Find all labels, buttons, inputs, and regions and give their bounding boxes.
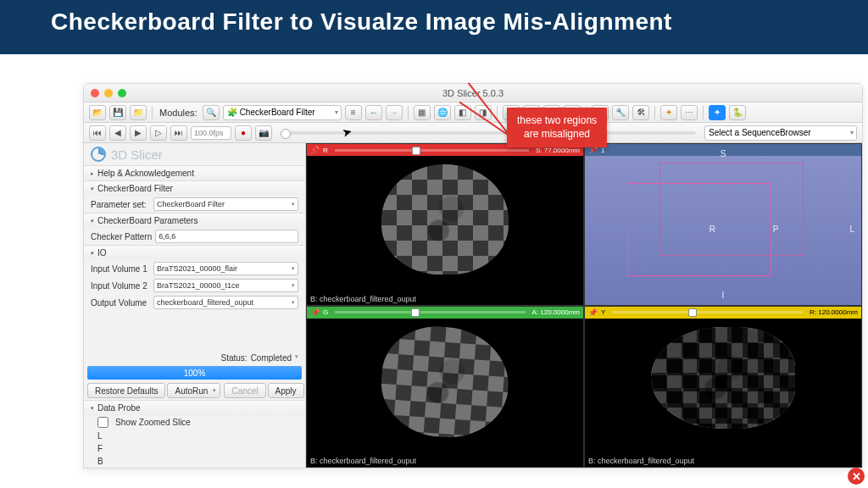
red-bg-label: B: checkerboard_filtered_ouput [310,295,416,303]
green-slice-value: A: 120.0000mm [532,308,580,316]
brain-checkerboard-axial [381,164,509,274]
probe-f: F [97,444,103,453]
pin-icon[interactable]: 📌 [588,308,598,317]
app-name: 3D Slicer [111,147,163,162]
load-dicom-button[interactable]: 📁 [130,105,147,120]
crosshair-button[interactable]: ✦ [660,105,677,120]
io-section-header[interactable]: ▾IO [84,246,305,260]
show-zoomed-checkbox[interactable] [97,417,108,428]
yellow-slice-value: R: 120.0000mm [810,308,858,316]
modules-label: Modules: [159,108,198,118]
seq-prev-button[interactable]: ◀ [109,125,126,141]
python-button[interactable]: 🐍 [729,105,746,120]
slide-title: Checkerboard Filter to Visualze Image Mi… [51,8,817,36]
autorun-button[interactable]: AutoRun [167,383,220,398]
axis-p: P [773,225,779,234]
green-slice-view[interactable]: 📌 G A: 120.0000mm B: checkerboard_filter… [306,306,584,469]
input-volume-1-label: Input Volume 1 [91,264,150,274]
input-volume-2-select[interactable]: BraTS2021_00000_t1ce [153,279,298,292]
yellow-bg-label: B: checkerboard_filtered_ouput [588,457,694,465]
params-section-header[interactable]: ▾CheckerBoard Parameters [84,214,305,228]
nav-back-button[interactable]: ← [365,105,382,120]
pin-icon[interactable]: 📌 [310,308,320,317]
load-data-button[interactable]: 📂 [89,105,106,120]
output-volume-select[interactable]: checkerboard_filtered_ouput [153,296,298,309]
restore-defaults-button[interactable]: Restore Defaults [87,383,165,398]
param-set-select[interactable]: CheckerBoard Filter [153,197,298,211]
red-view-label: R [323,147,328,154]
show-zoomed-label: Show Zoomed Slice [115,418,191,427]
misalignment-annotation: these two regions are misaligned [507,108,607,147]
sequence-toolbar: ⏮ ◀ ▶ ▷ ⏭ 100.0fps ● 📷 Select a Sequence… [84,123,862,143]
red-slice-slider[interactable] [335,149,529,152]
view-grid: 📌 R S: 77.0000mm B: checkerboard_filtere… [306,143,862,468]
probe-l: L [97,431,103,441]
yellow-slice-slider[interactable] [612,311,803,313]
module-selected-label: CheckerBoard Filter [240,108,315,117]
input-volume-2-label: Input Volume 2 [91,281,150,291]
axis-r: R [709,225,715,234]
yellow-view-label: Y [601,308,605,316]
apply-button[interactable]: Apply [268,383,304,398]
save-data-button[interactable]: 💾 [109,105,126,120]
checker-pattern-input[interactable]: 6,6,6 [155,230,298,243]
scene-button[interactable]: 🌐 [434,105,451,120]
seq-play-button[interactable]: ▶ [130,125,147,141]
more-button[interactable]: ⋯ [681,105,698,120]
nav-forward-button[interactable]: → [386,105,403,120]
axis-l: L [849,225,854,234]
output-volume-label: Output Volume [91,298,150,308]
close-overlay-button[interactable]: ✕ [848,468,865,485]
snapshot-button[interactable]: 📷 [255,125,272,141]
module-history-button[interactable]: ≡ [345,105,362,120]
yellow-slice-view[interactable]: 📌 Y R: 120.0000mm B: checkerboard_filter… [584,306,862,469]
module-panel: 3D Slicer ▸Help & Acknowledgement ▾Check… [84,143,306,468]
red-slice-view[interactable]: 📌 R S: 77.0000mm B: checkerboard_filtere… [306,143,584,306]
brain-checkerboard-sagittal [651,327,795,429]
slicer-logo-icon [91,147,106,162]
fps-input[interactable]: 100.0fps [191,126,231,140]
seq-first-button[interactable]: ⏮ [89,125,106,141]
status-label: Status: [221,353,248,363]
slide-banner: Checkerboard Filter to Visualze Image Mi… [0,0,868,54]
main-toolbar: 📂 💾 📁 Modules: 🔍 🧩CheckerBoard Filter ≡ … [84,103,862,123]
param-set-label: Parameter set: [91,200,150,209]
sequence-browser-select[interactable]: Select a SequenceBrowser [704,125,857,141]
input-volume-1-select[interactable]: BraTS2021_00000_flair [153,262,298,275]
probe-b: B [97,457,103,466]
sequence-placeholder: Select a SequenceBrowser [709,128,811,137]
cancel-button: Cancel [224,383,265,398]
seq-last-button[interactable]: ⏭ [170,125,187,141]
module-selector[interactable]: 🧩CheckerBoard Filter [223,105,342,120]
seq-next-button[interactable]: ▷ [150,125,167,141]
green-slice-slider[interactable] [335,311,525,313]
filter-section-header[interactable]: ▾CheckerBoard Filter [84,181,305,196]
threed-view[interactable]: 📌1 S R L P I [584,143,862,306]
dataprobe-header[interactable]: ▾Data Probe [84,401,305,415]
sequence-slider[interactable] [281,131,696,135]
progress-bar: 100% [87,366,302,380]
ext1-button[interactable]: 🔧 [612,105,629,120]
module-search-button[interactable]: 🔍 [203,105,220,120]
ext2-button[interactable]: 🛠 [632,105,649,120]
record-button[interactable]: ● [235,125,252,141]
help-section[interactable]: ▸Help & Acknowledgement [84,166,305,180]
axis-s: S [721,149,726,158]
axis-i: I [722,291,725,300]
status-value: Completed [251,353,292,363]
pin-icon[interactable]: 📌 [310,146,320,154]
green-view-label: G [323,308,328,316]
layout-button[interactable]: ▦ [414,105,431,120]
orientation-cube[interactable] [610,158,814,285]
green-bg-label: B: checkerboard_filtered_ouput [310,457,416,465]
app-window: 3D Slicer 5.0.3 📂 💾 📁 Modules: 🔍 🧩Checke… [83,83,863,469]
green-view-bar[interactable]: 📌 G A: 120.0000mm [307,307,583,319]
brain-checkerboard-coronal [378,322,513,441]
extensions-button[interactable]: ✦ [709,105,726,120]
checker-pattern-label: Checker Pattern [91,232,152,241]
yellow-view-bar[interactable]: 📌 Y R: 120.0000mm [585,307,861,319]
